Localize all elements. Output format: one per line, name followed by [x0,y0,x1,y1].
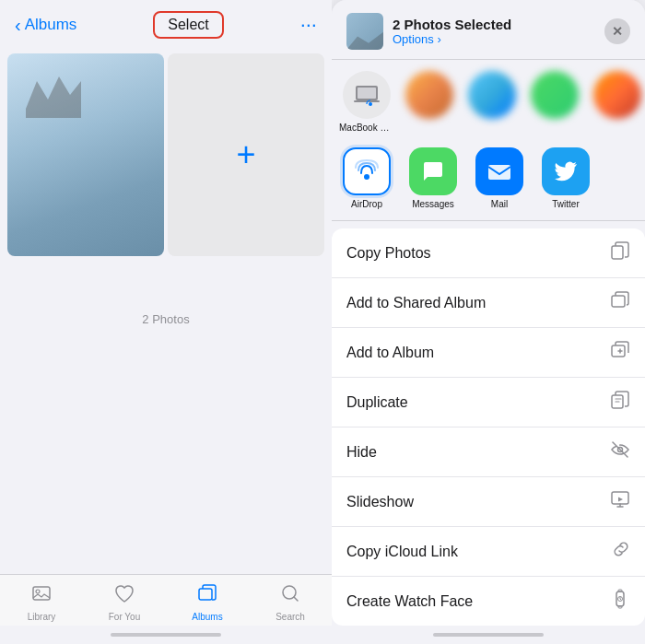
contact-avatar-2 [468,71,516,119]
svg-point-7 [369,102,372,106]
search-icon [279,582,301,610]
app-name-twitter: Twitter [552,199,579,209]
for-you-icon [113,582,135,610]
app-mail[interactable]: Mail [472,147,527,209]
action-hide-label: Hide [346,444,377,461]
action-hide[interactable]: Hide [332,427,645,477]
tab-albums[interactable]: Albums [166,582,249,622]
contact-1[interactable] [402,71,457,133]
back-button[interactable]: ‹ Albums [15,16,76,34]
photo-count: 2 Photos [0,305,332,330]
copy-photos-icon [610,240,630,265]
home-indicator-left [0,626,332,644]
svg-rect-10 [612,246,623,259]
action-add-to-album-label: Add to Album [346,345,434,361]
action-copy-photos[interactable]: Copy Photos [332,228,645,278]
photo-grid: + [0,46,332,305]
share-options[interactable]: Options › [393,32,604,46]
action-duplicate[interactable]: Duplicate [332,378,645,427]
contact-name-macbook: MacBook Pro [339,123,394,133]
action-slideshow-label: Slideshow [346,494,414,510]
contact-3[interactable] [527,71,582,133]
share-title: 2 Photos Selected [393,17,604,32]
tab-for-you[interactable]: For You [83,582,166,622]
twitter-icon [542,147,590,195]
add-icon: + [236,135,255,174]
tab-albums-label: Albums [192,612,222,622]
right-panel: 2 Photos Selected Options › ✕ MacBook Pr… [332,0,645,644]
create-watch-face-icon [610,589,630,614]
action-add-shared-album-label: Add to Shared Album [346,295,486,311]
home-bar [433,633,544,637]
contacts-row: MacBook Pro [332,60,645,140]
photo-image-1 [7,53,164,256]
action-create-watch-face[interactable]: Create Watch Face [332,577,645,626]
tab-library-label: Library [28,612,56,622]
left-panel: ‹ Albums Select ··· + 2 Photos Library [0,0,332,644]
back-icon: ‹ [15,16,21,34]
apps-row: AirDrop Messages Mail [332,140,645,221]
duplicate-icon [610,390,630,415]
more-button[interactable]: ··· [300,13,317,37]
share-header: 2 Photos Selected Options › ✕ [332,0,645,60]
action-copy-icloud-link-label: Copy iCloud Link [346,544,458,560]
svg-point-8 [364,174,369,180]
contact-4[interactable] [590,71,645,133]
mail-icon [475,147,523,195]
airdrop-icon [343,147,391,195]
app-name-mail: Mail [491,199,508,209]
action-duplicate-label: Duplicate [346,394,408,411]
back-label: Albums [25,16,77,34]
select-button[interactable]: Select [153,11,223,39]
action-create-watch-face-label: Create Watch Face [346,593,473,610]
contact-avatar-1 [405,71,453,119]
action-slideshow[interactable]: Slideshow [332,477,645,527]
photo-tile-1[interactable] [7,53,164,256]
contact-macbook[interactable]: MacBook Pro [339,71,394,133]
action-copy-photos-label: Copy Photos [346,245,431,262]
hide-icon [610,439,630,464]
app-name-airdrop: AirDrop [351,199,382,209]
app-twitter[interactable]: Twitter [538,147,593,209]
add-to-album-icon [610,340,630,365]
top-nav: ‹ Albums Select ··· [0,0,332,46]
action-add-to-album[interactable]: Add to Album [332,328,645,378]
tab-library[interactable]: Library [0,582,83,622]
tab-search[interactable]: Search [249,582,332,622]
svg-rect-0 [33,587,50,600]
contact-2[interactable] [464,71,520,133]
svg-rect-9 [488,165,510,180]
albums-icon [196,582,218,610]
tab-foryou-label: For You [109,612,140,622]
svg-rect-2 [199,589,212,600]
actions-list: Copy Photos Add to Shared Album Add to A… [332,228,645,626]
bottom-tabs: Library For You Albums [0,574,332,626]
contact-avatar-3 [531,71,579,119]
tab-search-label: Search [276,612,305,622]
messages-icon [409,147,457,195]
svg-rect-5 [358,88,376,99]
library-icon [30,582,53,610]
copy-icloud-link-icon [610,539,630,564]
share-title-area: 2 Photos Selected Options › [393,17,604,46]
app-messages[interactable]: Messages [405,147,461,209]
action-copy-icloud-link[interactable]: Copy iCloud Link [332,527,645,577]
add-shared-album-icon [610,290,630,315]
home-indicator [332,626,645,644]
slideshow-icon [610,489,630,514]
contact-avatar-4 [593,71,641,119]
contact-avatar-macbook [343,71,391,119]
photo-tile-2[interactable]: + [168,53,324,256]
app-airdrop[interactable]: AirDrop [339,147,394,209]
close-button[interactable]: ✕ [604,18,630,44]
app-name-messages: Messages [412,199,454,209]
action-add-shared-album[interactable]: Add to Shared Album [332,278,645,328]
share-thumbnail [346,13,383,50]
svg-point-1 [36,590,40,593]
svg-rect-11 [612,296,625,307]
